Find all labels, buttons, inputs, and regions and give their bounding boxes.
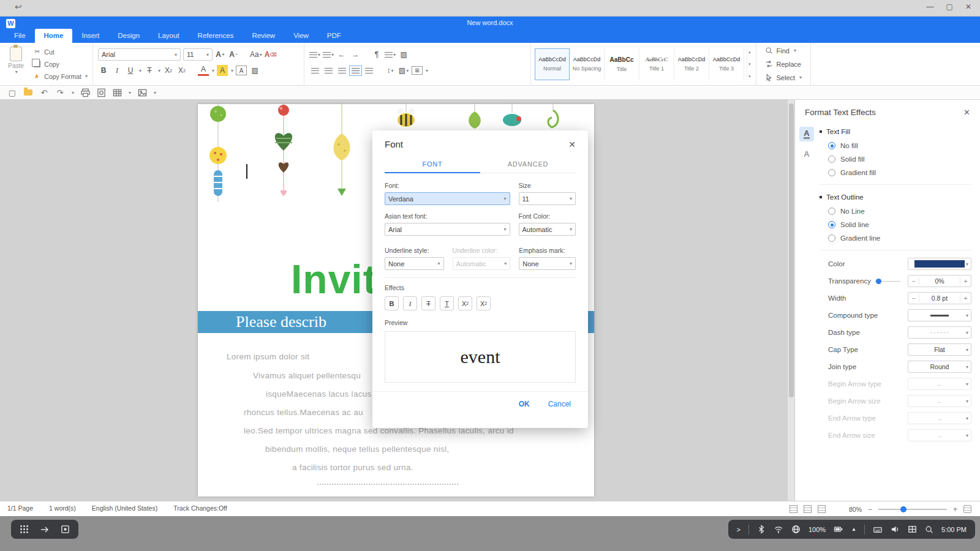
effect-strikethrough-toggle[interactable]: T [421, 296, 435, 310]
text-fill-section-header[interactable]: Text Fill [820, 124, 971, 139]
bluetooth-icon[interactable] [757, 525, 766, 534]
tab-layout[interactable]: Layout [149, 29, 189, 43]
copy-format-caret-icon[interactable]: ▾ [85, 73, 88, 79]
strikethrough-caret-icon[interactable]: ▾ [158, 68, 160, 73]
clock[interactable]: 5:00 PM [941, 526, 967, 533]
character-shading-button[interactable]: ▨ [249, 65, 260, 76]
print-preview-button[interactable] [96, 88, 106, 97]
view-mode-3-button[interactable] [818, 505, 826, 513]
keyboard-icon[interactable] [873, 525, 883, 534]
tab-references[interactable]: References [189, 29, 243, 43]
underline-style-combo[interactable]: None▾ [385, 257, 444, 270]
strikethrough-button[interactable]: T [144, 65, 155, 76]
align-right-button[interactable] [336, 65, 347, 76]
superscript-button[interactable]: X2 [176, 65, 187, 76]
radio-icon[interactable] [828, 221, 835, 228]
increase-font-button[interactable]: A＋ [215, 49, 226, 60]
justify-button[interactable] [350, 65, 361, 76]
outline-color-picker[interactable]: ▾ [908, 258, 971, 270]
tray-expand-icon[interactable]: > [737, 526, 741, 533]
window-grid-icon[interactable] [908, 525, 917, 534]
size-combo[interactable]: 11▾ [519, 192, 576, 205]
styles-more-icon[interactable]: ▾ [748, 74, 751, 79]
view-mode-1-button[interactable] [790, 505, 797, 513]
radio-no-line[interactable]: No Line [820, 204, 971, 218]
style-title-3[interactable]: AaBbCcDd Title 3 [709, 48, 744, 80]
find-caret-icon[interactable]: ▾ [794, 48, 796, 53]
radio-gradient-fill[interactable]: Gradient fill [820, 166, 971, 179]
fit-page-button[interactable] [963, 505, 971, 513]
window-switch-icon[interactable] [61, 525, 70, 534]
tab-advanced[interactable]: ADVANCED [480, 156, 576, 173]
transparency-slider[interactable] [875, 281, 900, 282]
radio-no-fill[interactable]: No fill [820, 139, 971, 152]
decrease-font-button[interactable]: A－ [228, 49, 239, 60]
system-tray[interactable]: > 100% ▲ [728, 520, 975, 539]
subscript-button[interactable]: X2 [163, 65, 174, 76]
effect-underline-toggle[interactable]: T [440, 296, 454, 310]
paste-caret-icon[interactable]: ▾ [15, 69, 18, 75]
change-case-button[interactable]: Aa▾ [250, 49, 262, 60]
slider-knob[interactable] [876, 279, 881, 284]
radio-gradient-line[interactable]: Gradient line [820, 231, 971, 245]
align-center-button[interactable] [323, 65, 334, 76]
effect-italic-toggle[interactable]: I [403, 296, 417, 310]
word-count[interactable]: 1 word(s) [49, 504, 76, 512]
sort-button[interactable]: ▨ [398, 49, 409, 60]
tab-view[interactable]: View [284, 29, 318, 43]
tab-font[interactable]: FONT [385, 156, 480, 173]
tab-file[interactable]: File [5, 29, 35, 43]
clear-format-button[interactable]: A⌫ [265, 49, 277, 60]
replace-button[interactable]: Replace [765, 60, 802, 68]
page-indicator[interactable]: 1/1 Page [7, 504, 33, 512]
zoom-slider[interactable] [878, 509, 947, 510]
styles-scroll-up-icon[interactable]: ▴ [748, 50, 751, 54]
image-caret-icon[interactable]: ▾ [154, 90, 156, 96]
style-no-spacing[interactable]: AaBbCcDd No Spacing [570, 48, 605, 80]
insert-image-button[interactable] [137, 88, 147, 97]
find-button[interactable]: Find ▾ [765, 47, 802, 54]
body-line[interactable]: bibendum mollis, neque tellus pellentesq… [265, 444, 449, 454]
copy-format-button[interactable]: Copy Format ▾ [33, 72, 88, 80]
text-outline-tab-icon[interactable]: A [799, 146, 814, 161]
back-icon[interactable]: ↩ [15, 2, 22, 12]
radio-icon[interactable] [828, 156, 835, 163]
zoom-out-button[interactable]: − [868, 505, 872, 514]
character-border-button[interactable]: A [236, 66, 247, 75]
styles-scroll-down-icon[interactable]: ▾ [748, 62, 751, 67]
battery-icon[interactable] [834, 525, 843, 534]
fill-color-button[interactable]: ▾ [385, 49, 396, 60]
zoom-percent[interactable]: 80% [849, 506, 862, 513]
forward-arrow-icon[interactable] [40, 525, 50, 534]
style-title-2[interactable]: AaBbCcDd Title 2 [674, 48, 709, 80]
tab-home[interactable]: Home [35, 29, 73, 43]
new-document-button[interactable]: ▢ [7, 88, 17, 97]
bold-button[interactable]: B [98, 65, 109, 76]
cap-type-combo[interactable]: Flat▾ [908, 343, 971, 356]
body-line[interactable]: Lorem ipsum dolor sit [227, 352, 309, 361]
search-zoom-icon[interactable] [925, 525, 933, 534]
highlight-button[interactable]: A [217, 65, 228, 76]
minimize-button[interactable]: — [927, 2, 934, 11]
text-outline-section-header[interactable]: Text Outline [820, 190, 971, 204]
italic-button[interactable]: I [111, 65, 123, 76]
align-left-button[interactable] [309, 65, 320, 76]
scrollbar-thumb[interactable] [789, 103, 794, 397]
radio-icon[interactable] [828, 142, 835, 149]
tab-pdf[interactable]: PDF [318, 29, 350, 43]
language-indicator[interactable]: English (United States) [92, 504, 157, 512]
tab-insert[interactable]: Insert [72, 29, 108, 43]
maximize-button[interactable]: ▢ [946, 2, 953, 11]
insert-table-button[interactable] [112, 88, 122, 97]
font-color-button[interactable]: A [198, 65, 209, 76]
app-grid-icon[interactable] [20, 525, 29, 534]
undo-history-caret-icon[interactable]: ▾ [72, 90, 74, 96]
effect-bold-toggle[interactable]: B [385, 296, 399, 310]
view-mode-2-button[interactable] [804, 505, 812, 513]
radio-icon[interactable] [828, 208, 835, 215]
font-family-combo[interactable]: Verdana▾ [385, 192, 510, 205]
panel-close-icon[interactable]: ✕ [963, 108, 970, 117]
body-line[interactable]: Vivamus aliquet pellentesqu [253, 371, 361, 380]
redo-button[interactable]: ↷ [55, 88, 65, 97]
tab-design[interactable]: Design [108, 29, 149, 43]
